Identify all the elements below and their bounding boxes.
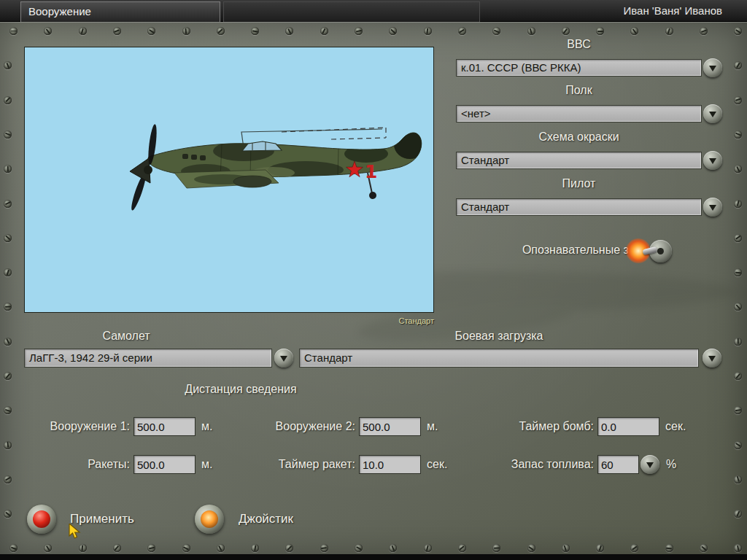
fuel-dropdown-button[interactable]: [640, 455, 659, 474]
screw-icon: [4, 61, 12, 69]
screw-icon: [596, 27, 604, 35]
vvs-dropdown-button[interactable]: [703, 58, 722, 77]
screw-icon: [4, 96, 12, 104]
paint-scheme-value: Стандарт: [461, 154, 509, 166]
screw-icon: [147, 27, 155, 35]
vvs-value: к.01. СССР (ВВС РККА): [461, 61, 581, 74]
fuel-input[interactable]: [597, 455, 639, 474]
loadout-label: Боевая загрузка: [299, 330, 699, 343]
screw-icon: [424, 544, 432, 552]
weapon2-label: Вооружение 2:: [219, 417, 355, 436]
screw-icon: [562, 27, 570, 35]
chevron-down-icon: [709, 158, 716, 164]
vvs-select[interactable]: к.01. СССР (ВВС РККА): [456, 59, 702, 77]
rockets-input[interactable]: [133, 455, 196, 474]
regiment-select[interactable]: <нет>: [456, 105, 702, 122]
tactical-number: 1: [365, 161, 377, 182]
aircraft-value: ЛаГГ-3, 1942 29-й серии: [29, 351, 152, 364]
screw-icon: [4, 406, 12, 414]
weapon1-input[interactable]: [133, 417, 196, 436]
screw-icon: [4, 165, 12, 173]
chevron-down-icon: [709, 112, 716, 117]
amber-button-icon: [201, 510, 218, 528]
il2-armament-screen: Вооружение Иван 'Ваня' Иванов: [0, 0, 747, 560]
screw-icon: [9, 27, 18, 35]
paint-scheme-select[interactable]: Стандарт: [456, 152, 702, 169]
joystick-button[interactable]: [195, 505, 224, 534]
tab-armament-label: Вооружение: [28, 5, 91, 18]
loadout-dropdown-button[interactable]: [703, 349, 721, 368]
screw-icon: [596, 544, 604, 552]
bottom-edge: [0, 554, 747, 560]
screw-icon: [147, 544, 155, 552]
fuel-unit: %: [666, 455, 676, 474]
loadout-select[interactable]: Стандарт: [299, 349, 699, 368]
weapon2-input[interactable]: [359, 417, 421, 436]
regiment-dropdown-button[interactable]: [703, 104, 722, 123]
chevron-down-icon: [280, 356, 287, 362]
screw-icon: [492, 544, 500, 552]
fuel-label: Запас топлива:: [460, 455, 594, 474]
aircraft-preview: 1: [24, 47, 434, 313]
screw-icon: [4, 475, 12, 483]
paint-scheme-label: Схема окраски: [456, 131, 702, 144]
screw-icon: [251, 544, 259, 552]
screw-icon: [79, 544, 87, 552]
aircraft-select[interactable]: ЛаГГ-3, 1942 29-й серии: [24, 349, 272, 368]
bomb-timer-unit: сек.: [665, 417, 686, 436]
paint-scheme-dropdown-button[interactable]: [703, 151, 722, 170]
pilot-select[interactable]: Стандарт: [456, 198, 702, 216]
bomb-timer-input[interactable]: [597, 417, 659, 436]
screw-icon: [4, 200, 12, 208]
pilot-dropdown-button[interactable]: [703, 198, 722, 217]
screw-icon: [734, 406, 742, 414]
chevron-down-icon: [709, 66, 716, 71]
markings-toggle-switch[interactable]: [649, 240, 672, 262]
screw-icon: [734, 131, 742, 139]
apply-button[interactable]: [27, 505, 56, 534]
screw-icon: [734, 510, 742, 518]
bomb-timer-label: Таймер бомб:: [460, 417, 594, 436]
pilot-value: Стандарт: [461, 201, 509, 213]
aircraft-dropdown-button[interactable]: [274, 349, 293, 368]
screw-icon: [458, 27, 466, 35]
screw-icon: [285, 544, 293, 552]
main-panel: 1 Стандарт ВВС к.01. СССР (ВВС РККА) Пол…: [0, 22, 747, 560]
skin-caption: Стандарт: [24, 316, 434, 325]
screw-icon: [182, 544, 190, 552]
rocket-timer-input[interactable]: [359, 455, 421, 474]
screw-icon: [217, 544, 225, 552]
screw-icon: [113, 27, 121, 35]
pilot-label: Пилот: [456, 177, 702, 190]
mouse-cursor-icon: [69, 524, 82, 540]
screw-icon: [251, 27, 259, 35]
screw-icon: [492, 27, 500, 35]
screw-icon: [44, 544, 52, 552]
screw-icon: [389, 544, 397, 552]
screw-icon: [4, 372, 12, 380]
rocket-timer-label: Таймер ракет:: [219, 455, 355, 474]
screw-icon: [4, 441, 12, 449]
screw-icon: [734, 96, 742, 104]
rockets-unit: м.: [201, 455, 212, 474]
screw-icon: [734, 544, 742, 552]
screw-icon: [4, 338, 12, 346]
screw-icon: [4, 303, 12, 311]
screw-icon: [389, 27, 397, 35]
screw-icon: [320, 27, 328, 35]
screw-icon: [665, 544, 673, 552]
screw-icon: [734, 475, 742, 483]
screw-icon: [4, 234, 12, 242]
regiment-label: Полк: [456, 84, 702, 97]
screw-icon: [734, 61, 742, 69]
weapon2-unit: м.: [427, 417, 438, 436]
vvs-label: ВВС: [456, 38, 702, 51]
screw-icon: [734, 165, 742, 173]
screw-icon: [734, 27, 742, 35]
player-name: Иван 'Ваня' Иванов: [623, 0, 722, 22]
top-bar-section: [223, 1, 480, 22]
tab-armament[interactable]: Вооружение: [20, 1, 220, 22]
screw-icon: [700, 544, 708, 552]
screw-icon: [182, 27, 190, 35]
screw-icon: [4, 268, 12, 276]
